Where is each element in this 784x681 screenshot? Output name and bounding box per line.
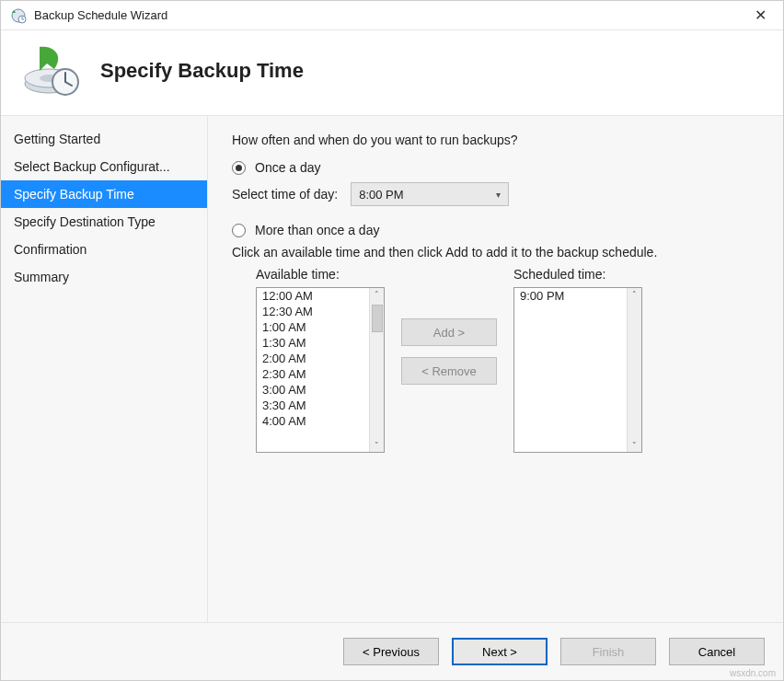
scroll-down-icon[interactable]: ˅ (375, 439, 379, 452)
wizard-content: How often and when do you want to run ba… (208, 116, 783, 622)
instruction-text: Click an available time and then click A… (232, 245, 759, 260)
list-item[interactable]: 1:30 AM (257, 335, 369, 351)
titlebar: Backup Schedule Wizard ✕ (1, 1, 783, 30)
sidebar-item-summary[interactable]: Summary (1, 263, 207, 291)
question-text: How often and when do you want to run ba… (232, 133, 759, 147)
scheduled-time-label: Scheduled time: (513, 267, 642, 282)
app-icon (10, 7, 27, 24)
sidebar-item-confirmation[interactable]: Confirmation (1, 236, 207, 263)
scroll-thumb[interactable] (372, 305, 383, 332)
scrollbar[interactable]: ˄ ˅ (627, 288, 641, 452)
list-item[interactable]: 12:00 AM (257, 288, 369, 304)
radio-more-than-once-row[interactable]: More than once a day (232, 223, 759, 237)
time-lists-row: Available time: 12:00 AM 12:30 AM 1:00 A… (256, 267, 759, 453)
list-item[interactable]: 2:00 AM (257, 351, 369, 366)
remove-button[interactable]: < Remove (401, 357, 497, 385)
select-time-label: Select time of day: (232, 187, 338, 202)
list-item[interactable]: 4:00 AM (257, 413, 369, 429)
scheduled-time-listbox[interactable]: 9:00 PM ˄ ˅ (513, 287, 642, 453)
radio-once-a-day-row[interactable]: Once a day (232, 160, 759, 175)
scheduled-time-column: Scheduled time: 9:00 PM ˄ ˅ (513, 267, 642, 453)
sidebar-item-specify-backup-time[interactable]: Specify Backup Time (1, 180, 207, 208)
page-title: Specify Backup Time (100, 59, 304, 83)
list-item[interactable]: 3:30 AM (257, 398, 369, 413)
close-icon[interactable]: ✕ (747, 6, 774, 24)
time-of-day-value: 8:00 PM (359, 188, 403, 202)
next-button[interactable]: Next > (452, 638, 548, 665)
available-time-column: Available time: 12:00 AM 12:30 AM 1:00 A… (256, 267, 385, 453)
time-of-day-dropdown[interactable]: 8:00 PM ▾ (351, 182, 509, 206)
scroll-up-icon[interactable]: ˄ (375, 288, 379, 301)
wizard-steps-sidebar: Getting Started Select Backup Configurat… (1, 116, 208, 622)
finish-button: Finish (560, 638, 656, 665)
wizard-footer: < Previous Next > Finish Cancel (1, 622, 783, 680)
radio-more-than-once-label: More than once a day (255, 223, 379, 237)
add-remove-buttons: Add > < Remove (385, 267, 513, 390)
scheduled-time-items: 9:00 PM (514, 288, 627, 452)
time-of-day-row: Select time of day: 8:00 PM ▾ (232, 182, 759, 206)
available-time-label: Available time: (256, 267, 385, 282)
previous-button[interactable]: < Previous (343, 638, 439, 665)
radio-once-a-day-label: Once a day (255, 160, 321, 175)
sidebar-item-getting-started[interactable]: Getting Started (1, 125, 207, 153)
list-item[interactable]: 12:30 AM (257, 304, 369, 319)
wizard-window: Backup Schedule Wizard ✕ Specify Backup … (0, 0, 784, 681)
scrollbar[interactable]: ˄ ˅ (369, 288, 384, 452)
radio-more-than-once[interactable] (232, 224, 246, 237)
wizard-body: Getting Started Select Backup Configurat… (1, 115, 783, 622)
cancel-button[interactable]: Cancel (669, 638, 765, 665)
chevron-down-icon: ▾ (496, 190, 501, 200)
sidebar-item-specify-destination-type[interactable]: Specify Destination Type (1, 208, 207, 236)
add-button[interactable]: Add > (401, 318, 497, 346)
wizard-icon (19, 43, 86, 98)
available-time-listbox[interactable]: 12:00 AM 12:30 AM 1:00 AM 1:30 AM 2:00 A… (256, 287, 385, 453)
list-item[interactable]: 1:00 AM (257, 319, 369, 335)
scroll-down-icon[interactable]: ˅ (632, 439, 637, 452)
list-item[interactable]: 3:00 AM (257, 382, 369, 398)
wizard-header: Specify Backup Time (1, 30, 783, 115)
watermark: wsxdn.com (730, 668, 776, 678)
sidebar-item-select-backup-config[interactable]: Select Backup Configurat... (1, 153, 207, 180)
list-item[interactable]: 2:30 AM (257, 366, 369, 382)
available-time-items: 12:00 AM 12:30 AM 1:00 AM 1:30 AM 2:00 A… (257, 288, 369, 452)
window-title: Backup Schedule Wizard (34, 8, 747, 22)
scroll-up-icon[interactable]: ˄ (632, 288, 637, 301)
list-item[interactable]: 9:00 PM (514, 288, 627, 304)
radio-once-a-day[interactable] (232, 161, 246, 175)
